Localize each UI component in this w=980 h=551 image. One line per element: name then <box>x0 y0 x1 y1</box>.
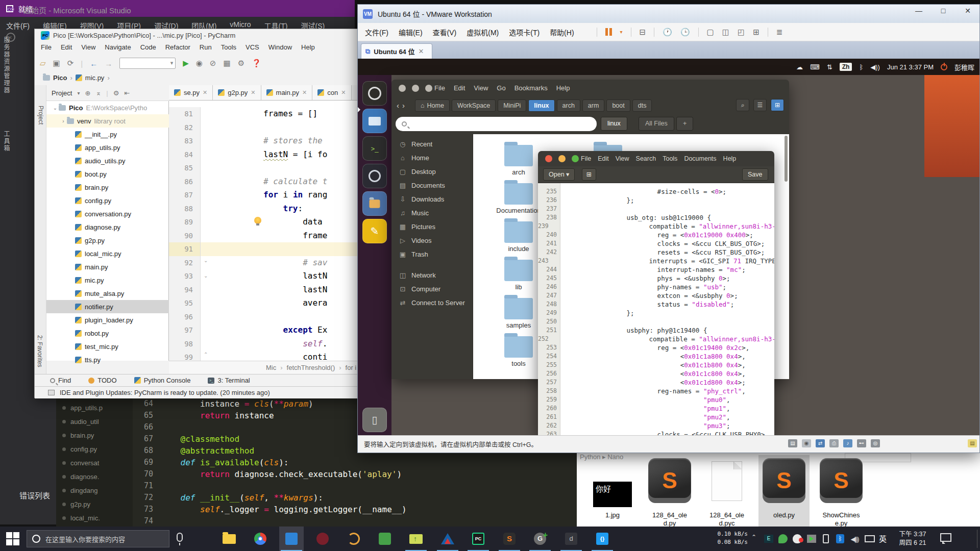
vs-menu-item[interactable]: 文件(F) <box>6 20 30 31</box>
taskbar-icon-green[interactable] <box>373 527 397 551</box>
gedit-code-line[interactable]: 253 reg = <0x01c19400 0x2c>, <box>538 343 774 352</box>
path-button-boot[interactable]: boot <box>606 99 630 112</box>
maximize-icon[interactable]: □ <box>936 7 951 15</box>
open-icon[interactable]: ▱ <box>40 59 46 68</box>
back-icon[interactable]: ‹ <box>397 101 399 110</box>
taskbar-icon-mpc[interactable] <box>435 527 460 551</box>
action-center-icon[interactable] <box>940 533 951 542</box>
sublime-sidebar-item[interactable]: conversat <box>56 456 133 470</box>
tree-item-conversation-py[interactable]: conversation.py <box>46 207 169 220</box>
username-label[interactable]: 彭稚晖 <box>954 62 974 72</box>
gedit-code-line[interactable]: 262 "pmu3"; <box>538 421 774 430</box>
files-search-input[interactable] <box>396 117 597 131</box>
sidebar-item-music[interactable]: ♫Music <box>391 206 473 220</box>
vs-server-explorer-tab[interactable]: 服务器资源管理器 <box>2 37 11 123</box>
tab-close-icon[interactable]: ✕ <box>302 89 307 96</box>
forward-icon[interactable]: → <box>105 59 112 68</box>
taskbar-icon-explorer[interactable] <box>217 527 241 551</box>
path-button-linux[interactable]: linux <box>528 99 554 112</box>
tree-item-mic-py[interactable]: mic.py <box>46 273 169 287</box>
pycharm-menu-item[interactable]: Run <box>200 43 212 51</box>
gedit-code-line[interactable]: 242 resets = <&ccu RST_BUS_OTG>; <box>538 248 774 257</box>
pycharm-menu-item[interactable]: Window <box>268 43 292 51</box>
grid-view-icon[interactable]: ⊞ <box>771 99 784 111</box>
tree-item-venv[interactable]: ›venvlibrary root <box>46 114 169 128</box>
menu-item[interactable]: Bookmarks <box>514 84 548 92</box>
power-icon[interactable] <box>941 64 947 70</box>
tree-item-app_utils-py[interactable]: app_utils.py <box>46 141 169 154</box>
network-updown-icon[interactable]: ⇅ <box>827 63 832 71</box>
tree-item-brain-py[interactable]: brain.py <box>46 181 169 194</box>
tree-item-notifier-py[interactable]: notifier.py <box>46 300 169 313</box>
breadcrumb-project[interactable]: Pico <box>53 74 67 82</box>
tree-item-config-py[interactable]: config.py <box>46 194 169 207</box>
vm-usb-icon[interactable]: ⊷ <box>857 439 866 447</box>
favorites-tool-tab[interactable]: 2: Favorites <box>36 335 43 367</box>
taskbar-icon-chrome[interactable] <box>248 527 273 551</box>
sublime-sidebar-item[interactable]: brain.py <box>56 429 133 442</box>
menu-item[interactable]: Help <box>723 155 737 162</box>
settings-icon[interactable]: ⚙ <box>238 59 244 68</box>
files-scrollbar[interactable] <box>785 136 788 182</box>
tab-close-icon[interactable]: ✕ <box>251 89 255 96</box>
ime-indicator[interactable]: 英 <box>879 533 887 544</box>
gedit-code-line[interactable]: 241 clocks = <&ccu CLK_BUS_OTG>; <box>538 239 774 248</box>
ctrl-alt-del-icon[interactable]: ⊟ <box>640 28 646 37</box>
tree-item-local_mic-py[interactable]: local_mic.py <box>46 247 169 260</box>
window-maximize-icon[interactable] <box>572 155 579 162</box>
sidebar-item-desktop[interactable]: ▢Desktop <box>391 165 473 179</box>
path-button-WorkSpace[interactable]: WorkSpace <box>452 99 496 112</box>
explorer-file-128_64_ole[interactable]: S128_64_oled.py <box>644 455 695 527</box>
path-button-MiniPi[interactable]: MiniPi <box>498 99 526 112</box>
project-panel-title[interactable]: Project <box>52 89 72 97</box>
home-folder-icon[interactable] <box>362 191 387 216</box>
crumb-method[interactable]: fetchThreshold() <box>287 364 335 371</box>
gedit-code-line[interactable]: 251 usbphy: phy@1c19400 { <box>538 326 774 335</box>
sidebar-item-downloads[interactable]: ⇩Downloads <box>391 192 473 206</box>
sidebar-item-trash[interactable]: ▣Trash <box>391 247 473 261</box>
snapshot-revert-icon[interactable]: 🕒 <box>680 28 690 37</box>
gedit-code-line[interactable]: 239 compatible = "allwinner,sun8i-h3-mus… <box>538 222 774 231</box>
gedit-code-line[interactable]: 261 "pmu2", <box>538 413 774 421</box>
help-icon[interactable]: ❓ <box>252 59 261 68</box>
gedit-code-line[interactable]: 245 phys = <&usbphy 0>; <box>538 274 774 283</box>
trash-icon[interactable]: ▯ <box>362 408 387 432</box>
sidebar-item-connect[interactable]: ⇄Connect to Server <box>391 296 473 310</box>
pycharm-menu-item[interactable]: Refactor <box>165 43 190 51</box>
vm-camera-icon[interactable]: ◎ <box>871 439 880 447</box>
volume-icon[interactable]: ◀)) <box>870 63 880 71</box>
sublime-code-line[interactable]: 73 self._logger = logging.getLogger(__na… <box>133 504 577 515</box>
tool-window-tab-Python-Console[interactable]: Python Console <box>134 377 191 384</box>
sublime-sidebar-item[interactable]: local_mic. <box>56 511 133 525</box>
gedit-code-line[interactable]: 255 <0x01c1b800 0x4>, <box>538 361 774 369</box>
tree-item-Pico[interactable]: ⌄PicoE:\WorkSpace\Pytho <box>46 101 169 114</box>
snapshot-take-icon[interactable]: 🕐 <box>663 28 672 37</box>
start-button[interactable] <box>6 532 19 545</box>
sync-icon[interactable]: ⟳ <box>67 59 74 68</box>
fullscreen-icon[interactable]: ◰ <box>738 28 745 37</box>
wechat-tray-icon[interactable] <box>778 534 788 544</box>
tree-item-plugin_loader-py[interactable]: plugin_loader.py <box>46 313 169 327</box>
vs-error-list-label[interactable]: 错误列表 <box>19 490 50 500</box>
fold-marker-icon[interactable]: ⌄ <box>204 273 208 279</box>
tab-close-icon[interactable]: ✕ <box>418 47 424 55</box>
breadcrumb-file[interactable]: mic.py <box>85 74 105 82</box>
explorer-file-128_64_ole[interactable]: 128_64_oled.pyc <box>701 455 752 527</box>
gedit-code-line[interactable]: 256 <0x01c1c800 0x4>, <box>538 369 774 378</box>
sidebar-item-recent[interactable]: ◷Recent <box>391 137 473 151</box>
sublime-code-line[interactable]: 72 def __init__(self, **kwargs): <box>133 492 577 504</box>
close-icon[interactable]: ✕ <box>960 7 975 15</box>
locate-icon[interactable]: ⊕ <box>85 89 91 97</box>
tray-chevron-icon[interactable]: ⌃ <box>751 534 756 541</box>
display-tray-icon[interactable] <box>865 534 875 544</box>
sidebar-item-pictures[interactable]: ▦Pictures <box>391 220 473 234</box>
console-view-icon[interactable]: ▢ <box>707 28 714 37</box>
path-button-arm[interactable]: arm <box>582 99 605 112</box>
explorer-file-oled-py[interactable]: Soled.py <box>758 455 810 527</box>
taskbar-icon-gplus[interactable]: G <box>528 527 552 551</box>
sublime-code-line[interactable]: 74 <box>133 515 577 527</box>
crumb-class[interactable]: Mic <box>266 364 276 371</box>
sublime-sidebar-item[interactable]: dingdang <box>56 484 133 497</box>
minimize-icon[interactable]: — <box>911 7 926 15</box>
pycharm-status-text[interactable]: IDE and Plugin Updates: PyCharm is ready… <box>60 389 270 396</box>
